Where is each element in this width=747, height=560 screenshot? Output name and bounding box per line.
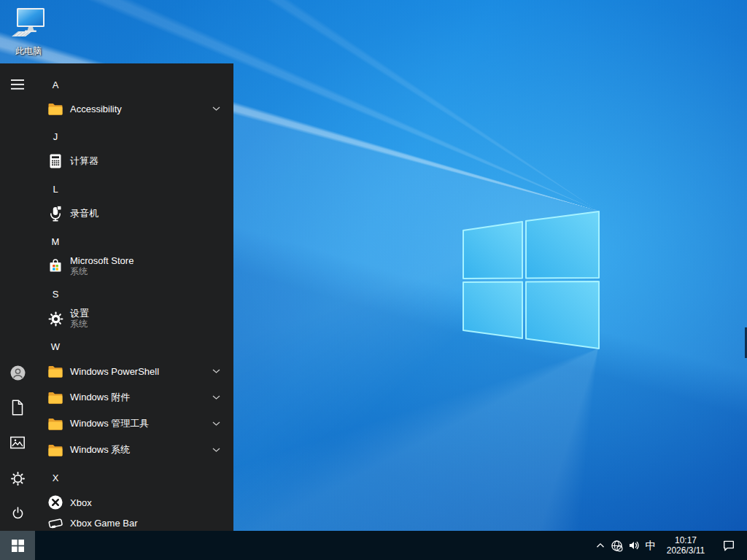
chevron-down-icon [212, 395, 220, 400]
taskbar-clock[interactable]: 10:17 2026/3/11 [662, 535, 709, 556]
speaker-icon [628, 540, 640, 551]
folder-icon [47, 441, 64, 459]
section-letter: L [47, 184, 64, 195]
desktop-icon-this-pc[interactable]: 此电脑 [4, 6, 53, 58]
settings-gear-icon [10, 471, 26, 486]
settings-button[interactable] [0, 461, 35, 496]
start-menu-item-microsoft-store[interactable]: Microsoft Store 系统 [35, 249, 233, 284]
item-label: Xbox Game Bar [70, 518, 138, 529]
section-header-x[interactable]: X [35, 465, 233, 490]
start-menu-app-list: A Accessibility J [35, 63, 233, 531]
chevron-down-icon [212, 106, 220, 112]
user-button[interactable] [0, 355, 35, 390]
section-header-w[interactable]: W [35, 334, 233, 359]
volume-button[interactable] [625, 531, 642, 560]
start-menu-item-windows-accessories[interactable]: Windows 附件 [35, 384, 233, 411]
calculator-icon [47, 152, 64, 170]
item-label: Xbox [70, 497, 92, 508]
folder-icon [47, 415, 64, 432]
taskbar: 中 10:17 2026/3/11 [0, 531, 747, 560]
start-button[interactable] [0, 531, 35, 560]
section-letter: W [47, 341, 64, 352]
clock-time: 10:17 [662, 535, 709, 545]
item-label: 计算器 [70, 155, 98, 168]
xbox-game-bar-icon [47, 514, 64, 531]
item-label: Windows 附件 [70, 391, 130, 404]
pictures-icon [9, 435, 26, 450]
item-label: Windows 管理工具 [70, 417, 149, 430]
section-letter: X [47, 472, 64, 483]
user-icon [10, 365, 26, 381]
section-header-j[interactable]: J [35, 124, 233, 149]
item-label: Windows 系统 [70, 443, 130, 456]
section-header-a[interactable]: A [35, 72, 233, 97]
ime-indicator[interactable]: 中 [642, 531, 659, 560]
pictures-button[interactable] [0, 425, 35, 460]
start-menu-item-voice-recorder[interactable]: 录音机 [35, 201, 233, 227]
folder-icon [47, 100, 64, 117]
documents-icon [10, 400, 25, 416]
system-tray: 中 10:17 2026/3/11 [592, 531, 747, 560]
globe-no-internet-icon [611, 540, 623, 552]
chevron-down-icon [212, 369, 220, 374]
item-label: Microsoft Store [70, 255, 133, 266]
start-menu-item-accessibility[interactable]: Accessibility [35, 96, 233, 122]
power-icon [10, 505, 26, 521]
section-letter: S [47, 289, 64, 300]
item-label: 录音机 [70, 207, 98, 220]
xbox-icon [47, 494, 64, 511]
section-header-l[interactable]: L [35, 176, 233, 201]
microsoft-store-icon [47, 257, 64, 275]
wallpaper-windows-logo [462, 211, 600, 350]
desktop-icon-label: 此电脑 [4, 45, 53, 58]
windows-logo-icon [12, 540, 24, 552]
folder-icon [47, 389, 64, 406]
start-menu-rail [0, 63, 35, 531]
item-sublabel: 系统 [70, 319, 89, 330]
item-label: 设置 [70, 308, 89, 319]
this-pc-icon [9, 6, 48, 41]
start-menu: A Accessibility J [0, 63, 233, 531]
item-label: Accessibility [70, 104, 122, 114]
chevron-down-icon [212, 421, 220, 427]
item-label: Windows PowerShell [70, 366, 159, 377]
documents-button[interactable] [0, 390, 35, 425]
chevron-up-icon [595, 540, 606, 551]
hamburger-icon [11, 79, 24, 90]
voice-recorder-icon [47, 205, 64, 222]
folder-icon [47, 362, 64, 380]
start-menu-item-calculator[interactable]: 计算器 [35, 148, 233, 174]
chevron-down-icon [212, 448, 220, 453]
hidden-icons-button[interactable] [592, 531, 608, 560]
action-center-button[interactable] [719, 531, 738, 560]
item-sublabel: 系统 [70, 266, 133, 277]
start-menu-item-windows-system[interactable]: Windows 系统 [35, 437, 233, 463]
section-letter: A [47, 79, 64, 90]
section-letter: J [47, 131, 64, 142]
section-letter: M [47, 236, 64, 247]
hamburger-button[interactable] [0, 67, 35, 102]
clock-date: 2026/3/11 [662, 545, 709, 556]
windows-desktop-screen: 此电脑 [0, 0, 747, 560]
network-button[interactable] [608, 531, 625, 560]
settings-gear-icon [47, 310, 64, 327]
start-menu-item-xbox-game-bar[interactable]: Xbox Game Bar [35, 510, 233, 531]
start-menu-item-windows-powershell[interactable]: Windows PowerShell [35, 358, 233, 384]
power-button[interactable] [0, 495, 35, 530]
start-menu-item-settings[interactable]: 设置 系统 [35, 301, 233, 336]
start-menu-item-windows-admin-tools[interactable]: Windows 管理工具 [35, 411, 233, 437]
action-center-icon [722, 539, 735, 552]
